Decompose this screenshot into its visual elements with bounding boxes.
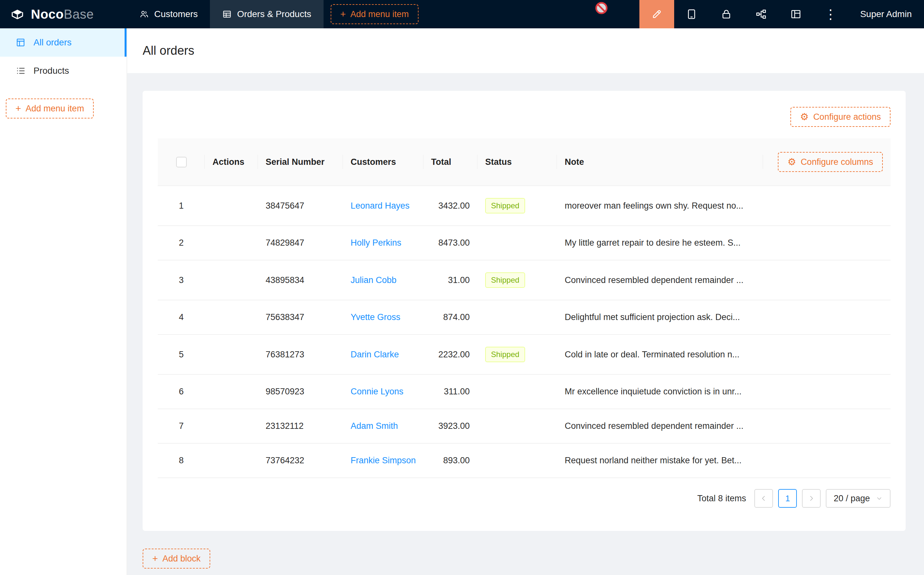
customer-link[interactable]: Yvette Gross: [351, 312, 400, 322]
row-actions-cell: [205, 260, 258, 300]
row-serial: 73764232: [258, 443, 343, 478]
customer-link[interactable]: Adam Smith: [351, 421, 398, 431]
plus-icon: +: [152, 554, 158, 564]
column-note: Note: [557, 138, 763, 186]
column-serial-number: Serial Number: [258, 138, 343, 186]
row-trailing-cell: [763, 409, 891, 443]
logo-cube-icon: [10, 6, 25, 22]
row-total: 2232.00: [423, 335, 478, 375]
tab-customers[interactable]: Customers: [127, 0, 210, 28]
row-index: 5: [158, 335, 205, 375]
settings-more-button[interactable]: ⋮: [813, 0, 848, 28]
pagination: Total 8 items 1 20 / page: [158, 489, 891, 508]
select-all-checkbox[interactable]: [176, 157, 187, 167]
sidebar-add-menu-item-button[interactable]: + Add menu item: [6, 98, 94, 119]
row-actions-cell: [205, 186, 258, 226]
configure-columns-button[interactable]: ⚙ Configure columns: [778, 152, 883, 172]
add-block-button[interactable]: + Add block: [143, 549, 210, 569]
table-row: 1 38475647 Leonard Hayes 3432.00 Shipped…: [158, 186, 891, 226]
sidebar-item-label: All orders: [33, 37, 71, 48]
row-trailing-cell: [763, 260, 891, 300]
nocobase-logo[interactable]: NocoBase: [0, 0, 127, 28]
column-customers: Customers: [343, 138, 423, 186]
row-serial: 74829847: [258, 226, 343, 260]
customer-link[interactable]: Leonard Hayes: [351, 201, 410, 211]
row-actions-cell: [205, 335, 258, 375]
chevron-right-icon: [807, 494, 815, 502]
row-total: 893.00: [423, 443, 478, 478]
chevron-left-icon: [760, 494, 768, 502]
row-note: Convinced resembled dependent remainder …: [557, 260, 763, 300]
row-actions-cell: [205, 409, 258, 443]
customer-link[interactable]: Frankie Simpson: [351, 456, 416, 465]
table-header-row: Actions Serial Number Customers Total St…: [158, 138, 891, 186]
row-trailing-cell: [763, 443, 891, 478]
orders-table-block: ⚙ Configure actions Actions Serial Numbe…: [143, 91, 906, 531]
pagination-page-1[interactable]: 1: [778, 489, 797, 508]
page-header: All orders: [127, 28, 924, 73]
tab-label: Customers: [154, 9, 198, 19]
configure-actions-button[interactable]: ⚙ Configure actions: [791, 107, 891, 127]
workflow-button[interactable]: [744, 0, 778, 28]
customer-link[interactable]: Julian Cobb: [351, 275, 397, 285]
column-select: [158, 138, 205, 186]
tab-orders-and-products[interactable]: Orders & Products: [210, 0, 323, 28]
security-button[interactable]: [709, 0, 744, 28]
status-tag: Shipped: [485, 272, 525, 288]
sidebar-item-products[interactable]: Products: [0, 57, 127, 85]
page-title: All orders: [143, 44, 194, 58]
row-note: Request norland neither mistake for yet.…: [557, 443, 763, 478]
main-content: All orders ⚙ Configure actions Actions: [127, 28, 924, 575]
lock-icon: [721, 8, 732, 20]
ui-editor-button[interactable]: [640, 0, 674, 28]
customer-link[interactable]: Connie Lyons: [351, 387, 403, 396]
status-tag: Shipped: [485, 198, 525, 213]
plugin-manager-button[interactable]: [778, 0, 813, 28]
table-icon: [222, 10, 232, 19]
customer-link[interactable]: Holly Perkins: [351, 238, 402, 248]
column-actions: Actions: [205, 138, 258, 186]
users-icon: [140, 10, 149, 19]
table-row: 5 76381273 Darin Clarke 2232.00 Shipped …: [158, 335, 891, 375]
table-row: 2 74829847 Holly Perkins 8473.00 My litt…: [158, 226, 891, 260]
row-note: My little garret repair to desire he est…: [557, 226, 763, 260]
pagination-prev-button[interactable]: [754, 489, 773, 508]
gear-icon: ⚙: [787, 157, 796, 167]
gear-icon: ⚙: [800, 112, 809, 122]
brand-text: NocoBase: [31, 7, 94, 22]
mobile-client-button[interactable]: [674, 0, 709, 28]
row-index: 1: [158, 186, 205, 226]
chevron-down-icon: [876, 495, 883, 502]
unordered-list-icon: [16, 66, 26, 76]
row-total: 8473.00: [423, 226, 478, 260]
page-size-select[interactable]: 20 / page: [826, 489, 891, 508]
table-row: 8 73764232 Frankie Simpson 893.00 Reques…: [158, 443, 891, 478]
sidebar-item-all-orders[interactable]: All orders: [0, 28, 127, 57]
pagination-next-button[interactable]: [802, 489, 821, 508]
row-serial: 98570923: [258, 375, 343, 409]
no-drop-cursor-icon: [594, 1, 609, 16]
header-add-menu-item-button[interactable]: + Add menu item: [331, 4, 419, 24]
column-status: Status: [478, 138, 557, 186]
row-actions-cell: [205, 226, 258, 260]
row-actions-cell: [205, 375, 258, 409]
customer-link[interactable]: Darin Clarke: [351, 349, 399, 359]
sidebar: All orders Products + Add menu item: [0, 28, 127, 575]
row-total: 3432.00: [423, 186, 478, 226]
highlighter-pen-icon: [651, 8, 662, 20]
row-trailing-cell: [763, 186, 891, 226]
row-actions-cell: [205, 300, 258, 335]
row-trailing-cell: [763, 335, 891, 375]
layout-icon: [790, 8, 802, 20]
column-configure: ⚙ Configure columns: [763, 138, 891, 186]
partition-icon: [755, 8, 767, 20]
row-total: 31.00: [423, 260, 478, 300]
current-user-menu[interactable]: Super Admin: [848, 0, 924, 28]
pagination-total: Total 8 items: [697, 494, 746, 504]
table-toolbar: ⚙ Configure actions: [158, 107, 891, 127]
row-total: 874.00: [423, 300, 478, 335]
row-note: Delightful met sufficient projection ask…: [557, 300, 763, 335]
row-serial: 43895834: [258, 260, 343, 300]
orders-table: Actions Serial Number Customers Total St…: [158, 138, 891, 478]
row-trailing-cell: [763, 300, 891, 335]
